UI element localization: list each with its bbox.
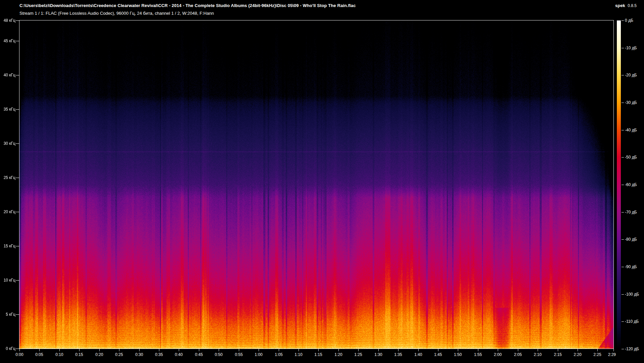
legend-tick [622, 212, 624, 213]
time-tick [259, 349, 259, 351]
legend-tick-label: -90 дБ [625, 264, 637, 269]
legend-tick-label: 0 дБ [625, 18, 633, 23]
time-tick [59, 349, 60, 351]
legend-tick [622, 48, 624, 48]
spectrogram-plot [19, 20, 614, 349]
legend-tick [622, 294, 624, 295]
freq-tick [16, 109, 19, 110]
freq-tick [16, 314, 19, 315]
time-tick-label: 0:20 [95, 352, 103, 357]
time-tick [179, 349, 179, 351]
legend-tick-label: -60 дБ [625, 182, 637, 187]
stream-info: Stream 1 / 1: FLAC (Free Lossless Audio … [19, 11, 214, 16]
time-tick [99, 349, 100, 351]
time-tick [378, 349, 379, 351]
time-tick-label: 0:40 [175, 352, 182, 357]
freq-tick [16, 20, 19, 21]
legend-tick-label: -50 дБ [625, 155, 637, 160]
freq-tick [16, 212, 19, 212]
time-tick-label: 0:15 [75, 352, 83, 357]
time-tick-label: 2:00 [494, 352, 501, 357]
time-tick [219, 349, 219, 351]
time-tick [578, 349, 578, 351]
time-tick-label: 0:50 [215, 352, 222, 357]
freq-tick [16, 280, 19, 281]
time-tick-label: 2:15 [554, 352, 561, 357]
legend-tick [622, 239, 624, 240]
legend-gradient-bar [617, 20, 621, 349]
time-tick [79, 349, 79, 351]
freq-tick-label: 45 кГц [0, 39, 15, 43]
freq-tick [16, 41, 19, 41]
legend-tick-label: -100 дБ [625, 292, 639, 297]
time-tick [119, 349, 119, 351]
time-tick-label: 0:45 [195, 352, 203, 357]
freq-tick [16, 75, 19, 75]
legend-tick [622, 267, 624, 267]
legend-tick-label: -20 дБ [625, 73, 637, 77]
time-tick [239, 349, 239, 351]
legend-tick-label: -80 дБ [625, 237, 637, 242]
legend-tick-label: -120 дБ [625, 347, 639, 351]
freq-tick-label: 10 кГц [0, 278, 15, 283]
time-tick-label: 1:50 [454, 352, 462, 357]
time-tick-label: 2:25 [593, 352, 601, 357]
time-tick-label: 2:20 [574, 352, 581, 357]
time-tick [597, 349, 598, 351]
time-tick-label: 1:45 [434, 352, 442, 357]
time-tick [19, 349, 20, 351]
legend-tick-label: -30 дБ [625, 100, 637, 105]
time-tick-label: 1:05 [275, 352, 282, 357]
freq-tick-label: 35 кГц [0, 107, 15, 112]
time-tick [613, 349, 614, 351]
freq-tick-label: 40 кГц [0, 73, 15, 77]
freq-tick-label: 5 кГц [0, 312, 15, 317]
legend-tick [622, 349, 624, 349]
time-tick [39, 349, 40, 351]
time-tick-label: 1:40 [414, 352, 422, 357]
time-tick-label: 0:25 [115, 352, 123, 357]
legend-tick [622, 103, 624, 103]
time-tick-label: 0:05 [35, 352, 43, 357]
legend-tick-label: -10 дБ [625, 46, 637, 50]
time-tick [199, 349, 199, 351]
time-tick-label: 1:00 [255, 352, 262, 357]
freq-tick-label: 0 кГц [0, 346, 15, 351]
legend-tick-label: -70 дБ [625, 210, 637, 215]
time-tick [358, 349, 359, 351]
app-version-badge: spek 0.8.5 [615, 3, 637, 8]
time-tick-label: 0:30 [135, 352, 143, 357]
app-version: 0.8.5 [628, 3, 637, 8]
legend-tick [622, 75, 624, 75]
app-name: spek [615, 3, 625, 8]
time-tick-label: 1:25 [354, 352, 362, 357]
time-tick [498, 349, 498, 351]
time-tick-label: 0:00 [15, 352, 23, 357]
time-tick-label: 2:10 [534, 352, 541, 357]
time-tick-label: 0:35 [155, 352, 163, 357]
time-tick [478, 349, 478, 351]
time-tick [398, 349, 398, 351]
legend-tick-label: -40 дБ [625, 128, 637, 132]
time-tick [338, 349, 339, 351]
time-tick [418, 349, 419, 351]
file-path-title: C:\Users\belzi\Downloads\Torrents\Creede… [19, 3, 356, 8]
time-tick-label: 0:55 [235, 352, 243, 357]
freq-tick [16, 143, 19, 144]
time-tick-label: 2:29 [608, 352, 616, 357]
time-tick-label: 0:10 [55, 352, 63, 357]
legend-tick [622, 185, 624, 185]
time-tick-label: 1:10 [294, 352, 302, 357]
legend-tick [622, 157, 624, 158]
time-tick [538, 349, 538, 351]
time-tick [558, 349, 558, 351]
time-tick [159, 349, 159, 351]
time-tick-label: 1:20 [334, 352, 342, 357]
time-tick [318, 349, 319, 351]
freq-tick-label: 48 кГц [0, 18, 15, 23]
legend-tick [622, 130, 624, 130]
time-tick-label: 1:30 [374, 352, 382, 357]
time-tick [458, 349, 458, 351]
freq-tick [16, 349, 19, 349]
time-tick-label: 1:15 [314, 352, 322, 357]
